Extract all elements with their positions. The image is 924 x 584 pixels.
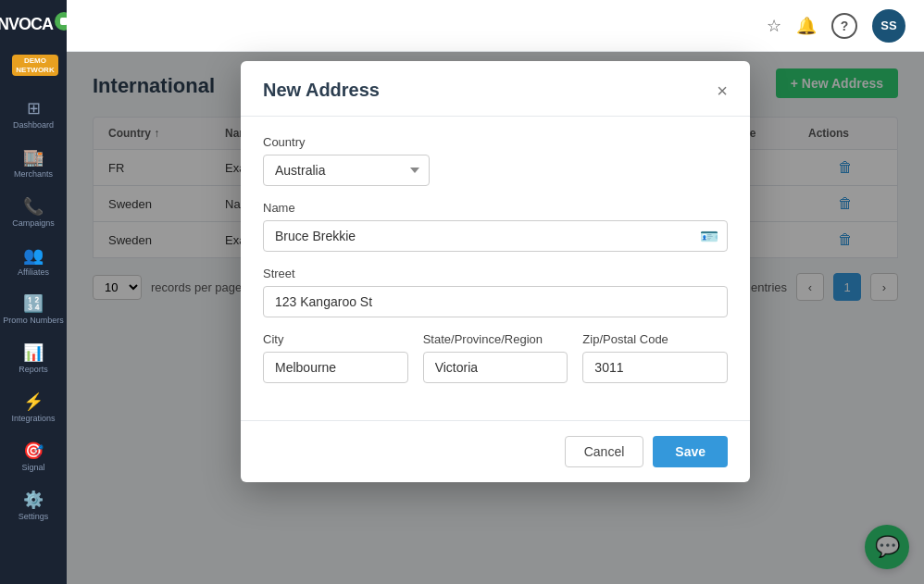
reports-icon: 📊 — [23, 344, 44, 361]
country-select[interactable]: Australia United States United Kingdom F… — [263, 155, 430, 186]
country-label: Country — [263, 135, 728, 149]
city-input[interactable] — [263, 352, 408, 383]
state-label: State/Province/Region — [423, 332, 568, 346]
sidebar-nav: ⊞ Dashboard 🏬 Merchants 📞 Campaigns 👥 Af… — [0, 93, 67, 528]
campaigns-icon: 📞 — [23, 198, 44, 215]
modal-footer: Cancel Save — [241, 420, 750, 482]
settings-icon: ⚙️ — [23, 491, 44, 508]
name-label: Name — [263, 201, 728, 215]
merchants-icon: 🏬 — [23, 149, 44, 166]
integrations-icon: ⚡ — [23, 393, 44, 410]
card-icon: 🪪 — [700, 228, 718, 245]
cancel-button[interactable]: Cancel — [565, 436, 644, 467]
sidebar: INVOCA DEMONETWORK ⊞ Dashboard 🏬 Merchan… — [0, 0, 67, 584]
signal-icon: 🎯 — [23, 442, 44, 459]
main-content: ☆ 🔔 ? SS International + New Address Cou… — [67, 0, 924, 584]
state-input[interactable] — [423, 352, 568, 383]
bell-icon[interactable]: 🔔 — [796, 16, 817, 36]
sidebar-label-settings: Settings — [19, 512, 49, 522]
sidebar-item-merchants[interactable]: 🏬 Merchants — [0, 142, 67, 187]
star-icon[interactable]: ☆ — [767, 16, 781, 36]
city-field-group: City — [263, 332, 408, 383]
sidebar-label-campaigns: Campaigns — [12, 218, 55, 229]
city-label: City — [263, 332, 408, 346]
sidebar-item-signal[interactable]: 🎯 Signal — [0, 435, 67, 480]
zip-input[interactable] — [582, 352, 728, 383]
street-label: Street — [263, 267, 728, 280]
sidebar-label-signal: Signal — [21, 463, 44, 473]
street-field-group: Street — [263, 267, 728, 317]
address-row: City State/Province/Region Zip/Postal Co… — [263, 332, 728, 398]
sidebar-item-campaigns[interactable]: 📞 Campaigns — [0, 191, 67, 236]
street-input[interactable] — [263, 286, 728, 317]
dashboard-icon: ⊞ — [27, 100, 41, 117]
page-content: International + New Address Country ↑ Na… — [67, 52, 924, 584]
topbar: ☆ 🔔 ? SS — [67, 0, 924, 52]
name-field-group: Name 🪪 — [263, 201, 728, 252]
zip-label: Zip/Postal Code — [582, 332, 728, 346]
sidebar-item-dashboard[interactable]: ⊞ Dashboard — [0, 93, 67, 138]
save-button[interactable]: Save — [653, 436, 728, 467]
new-address-modal: New Address × Country Australia United S… — [241, 61, 750, 482]
zip-field-group: Zip/Postal Code — [582, 332, 728, 383]
sidebar-label-affiliates: Affiliates — [18, 267, 49, 278]
name-input-wrapper: 🪪 — [263, 220, 728, 252]
affiliates-icon: 👥 — [23, 247, 44, 264]
modal-header: New Address × — [241, 61, 750, 117]
help-icon[interactable]: ? — [831, 13, 857, 39]
demo-badge: DEMONETWORK — [12, 55, 57, 76]
avatar[interactable]: SS — [872, 9, 905, 43]
country-field-group: Country Australia United States United K… — [263, 135, 728, 186]
name-input[interactable] — [263, 220, 728, 252]
sidebar-label-merchants: Merchants — [14, 169, 53, 180]
sidebar-item-reports[interactable]: 📊 Reports — [0, 337, 67, 382]
sidebar-item-settings[interactable]: ⚙️ Settings — [0, 484, 67, 529]
modal-close-button[interactable]: × — [717, 81, 728, 100]
logo: INVOCA — [0, 9, 73, 40]
sidebar-label-dashboard: Dashboard — [13, 120, 54, 130]
state-field-group: State/Province/Region — [423, 332, 568, 383]
sidebar-label-reports: Reports — [19, 365, 48, 375]
sidebar-item-promo-numbers[interactable]: 🔢 Promo Numbers — [0, 288, 67, 333]
modal-overlay: New Address × Country Australia United S… — [67, 52, 924, 584]
sidebar-label-promo-numbers: Promo Numbers — [3, 316, 64, 326]
sidebar-label-integrations: Integrations — [11, 414, 55, 424]
logo-text: INVOCA — [0, 15, 53, 34]
promo-numbers-icon: 🔢 — [23, 295, 44, 312]
sidebar-item-affiliates[interactable]: 👥 Affiliates — [0, 240, 67, 285]
sidebar-item-integrations[interactable]: ⚡ Integrations — [0, 386, 67, 431]
modal-title: New Address — [263, 80, 380, 101]
modal-body: Country Australia United States United K… — [241, 117, 750, 420]
